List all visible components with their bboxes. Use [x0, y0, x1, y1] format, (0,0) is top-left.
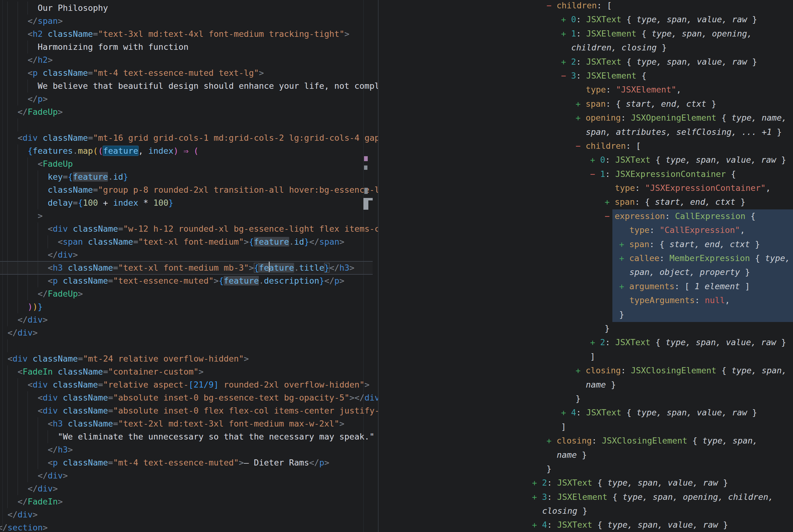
- code-line[interactable]: [0, 118, 378, 131]
- ast-tree-row[interactable]: children, closing }: [523, 40, 793, 54]
- ast-tree-row[interactable]: name }: [523, 448, 793, 462]
- ast-tree-row[interactable]: + 3: JSXElement { type, span, opening, c…: [523, 490, 793, 504]
- code-line[interactable]: </div>: [0, 508, 378, 521]
- code-line[interactable]: <div className="absolute inset-0 bg-esse…: [0, 391, 378, 404]
- ast-tree-row[interactable]: type: "JSXElement",: [523, 82, 793, 96]
- code-line[interactable]: </div>: [0, 469, 378, 482]
- ast-tree-row[interactable]: − 1: JSXExpressionContainer {: [523, 167, 793, 181]
- code-line[interactable]: </div>: [0, 326, 378, 339]
- code-line[interactable]: <div className="absolute inset-0 flex fl…: [0, 404, 378, 417]
- ast-tree-row[interactable]: }: [523, 392, 793, 405]
- code-line[interactable]: </div>: [0, 482, 378, 495]
- code-line[interactable]: <div className="relative aspect-[21/9] r…: [0, 378, 378, 391]
- ast-tree-row[interactable]: ]: [523, 349, 793, 363]
- ast-tree-row-selected[interactable]: }: [523, 307, 793, 321]
- code-line[interactable]: Harmonizing form with function: [0, 40, 378, 54]
- expand-icon[interactable]: +: [590, 338, 600, 347]
- expand-icon[interactable]: +: [532, 492, 542, 502]
- ast-tree-row[interactable]: type: "JSXExpressionContainer",: [523, 181, 793, 195]
- code-line[interactable]: </h3>: [0, 443, 378, 456]
- code-line[interactable]: key={feature.id}: [0, 170, 378, 184]
- code-line[interactable]: </FadeUp>: [0, 106, 378, 118]
- ast-tree-row[interactable]: + 0: JSXText { type, span, value, raw }: [523, 12, 793, 26]
- ast-tree-row-selected[interactable]: + callee: MemberExpression { type,: [523, 251, 793, 265]
- ast-tree-row[interactable]: + 1: JSXElement { type, span, opening,: [523, 26, 793, 40]
- ast-tree-row[interactable]: + 2: JSXText { type, span, value, raw }: [523, 335, 793, 349]
- code-line[interactable]: </span>: [0, 15, 378, 27]
- collapse-icon[interactable]: −: [605, 211, 615, 221]
- code-line-current[interactable]: <h3 className="text-xl font-medium mb-3"…: [0, 261, 378, 274]
- expand-icon[interactable]: +: [561, 57, 571, 66]
- ast-tree-row[interactable]: + 4: JSXText { type, span, value, raw }: [523, 518, 793, 532]
- ast-tree-row-selected[interactable]: typeArguments: null,: [523, 293, 793, 307]
- code-line[interactable]: </p>: [0, 93, 378, 106]
- expand-icon[interactable]: +: [561, 408, 571, 417]
- code-line[interactable]: <div className="mt-16 grid grid-cols-1 m…: [0, 131, 378, 145]
- code-line[interactable]: We believe that beautiful design should …: [0, 79, 378, 93]
- ast-tree-row[interactable]: − children: [: [523, 0, 793, 12]
- ast-tree-row[interactable]: + 0: JSXText { type, span, value, raw }: [523, 153, 793, 167]
- code-line[interactable]: <p className="text-essence-muted">{featu…: [0, 274, 378, 287]
- expand-icon[interactable]: +: [605, 197, 615, 207]
- code-line[interactable]: className="group p-8 rounded-2xl transit…: [0, 184, 378, 196]
- expand-icon[interactable]: +: [590, 155, 600, 165]
- expand-icon[interactable]: +: [546, 436, 557, 445]
- expand-icon[interactable]: +: [619, 282, 630, 291]
- ast-tree-row-selected[interactable]: span, object, property }: [523, 265, 793, 279]
- code-line[interactable]: <p className="mt-4 text-essence-muted te…: [0, 66, 378, 79]
- ast-tree-row[interactable]: }: [523, 462, 793, 476]
- code-line[interactable]: [0, 339, 378, 352]
- collapse-icon[interactable]: −: [576, 141, 586, 151]
- expand-icon[interactable]: +: [576, 99, 586, 109]
- ast-tree-row[interactable]: + closing: JSXClosingElement { type, spa…: [523, 434, 793, 448]
- ast-tree-row[interactable]: + span: { start, end, ctxt }: [523, 195, 793, 209]
- ast-tree-row[interactable]: − children: [: [523, 139, 793, 153]
- ast-tree-row[interactable]: + closing: JSXClosingElement { type, spa…: [523, 363, 793, 377]
- expand-icon[interactable]: +: [619, 253, 630, 263]
- code-line[interactable]: <h3 className="text-2xl md:text-3xl font…: [0, 417, 378, 430]
- code-line[interactable]: <h2 className="text-3xl md:text-4xl font…: [0, 27, 378, 40]
- ast-tree-row[interactable]: ]: [523, 420, 793, 434]
- pane-divider[interactable]: [378, 0, 379, 532]
- ast-tree-row-selected[interactable]: − expression: CallExpression {: [523, 209, 793, 223]
- expand-icon[interactable]: +: [576, 366, 586, 375]
- code-line[interactable]: >: [0, 209, 378, 222]
- code-line[interactable]: <div className="mt-24 relative overflow-…: [0, 352, 378, 365]
- ast-tree-row[interactable]: closing }: [523, 504, 793, 518]
- ast-tree-row[interactable]: + 2: JSXText { type, span, value, raw }: [523, 476, 793, 490]
- code-line[interactable]: "We eliminate the unnecessary so that th…: [0, 430, 378, 443]
- code-line[interactable]: </div>: [0, 248, 378, 261]
- code-line[interactable]: <div className="w-12 h-12 rounded-xl bg-…: [0, 222, 378, 235]
- expand-icon[interactable]: +: [561, 29, 571, 38]
- ast-tree-row[interactable]: − 3: JSXElement {: [523, 69, 793, 82]
- ast-tree-row-selected[interactable]: + span: { start, end, ctxt }: [523, 237, 793, 251]
- code-line[interactable]: {features.map((feature, index) ⇒ (: [0, 145, 378, 157]
- ast-tree-row[interactable]: + opening: JSXOpeningElement { type, nam…: [523, 111, 793, 125]
- code-line[interactable]: <p className="mt-4 text-essence-muted">—…: [0, 456, 378, 469]
- collapse-icon[interactable]: −: [546, 1, 557, 10]
- ast-tree-row[interactable]: }: [523, 321, 793, 335]
- code-line[interactable]: <FadeIn className="container-custom">: [0, 365, 378, 378]
- ast-tree-row[interactable]: + 4: JSXText { type, span, value, raw }: [523, 405, 793, 419]
- ast-tree-row-selected[interactable]: type: "CallExpression",: [523, 223, 793, 237]
- ast-tree-row[interactable]: name }: [523, 378, 793, 392]
- code-editor-pane[interactable]: Our Philosophy</span><h2 className="text…: [0, 0, 378, 532]
- expand-icon[interactable]: +: [561, 15, 571, 24]
- code-line[interactable]: </FadeUp>: [0, 287, 378, 300]
- expand-icon[interactable]: +: [576, 113, 586, 122]
- ast-tree-row[interactable]: + span: { start, end, ctxt }: [523, 97, 793, 111]
- collapse-icon[interactable]: −: [590, 169, 600, 179]
- code-line[interactable]: </section>: [0, 521, 378, 532]
- code-line[interactable]: ))}: [0, 300, 378, 313]
- code-line[interactable]: <span className="text-xl font-medium">{f…: [0, 235, 378, 248]
- collapse-icon[interactable]: −: [561, 71, 571, 80]
- code-line[interactable]: <FadeUp: [0, 157, 378, 170]
- expand-icon[interactable]: +: [532, 478, 542, 488]
- ast-tree-pane[interactable]: − children: [+ 0: JSXText { type, span, …: [523, 0, 793, 532]
- code-line[interactable]: </div>: [0, 313, 378, 326]
- ast-tree-row-selected[interactable]: + arguments: [ 1 element ]: [523, 279, 793, 293]
- code-line[interactable]: delay={100 + index * 100}: [0, 196, 378, 209]
- expand-icon[interactable]: +: [619, 240, 630, 249]
- ast-tree-row[interactable]: + 2: JSXText { type, span, value, raw }: [523, 55, 793, 69]
- expand-icon[interactable]: +: [532, 520, 542, 530]
